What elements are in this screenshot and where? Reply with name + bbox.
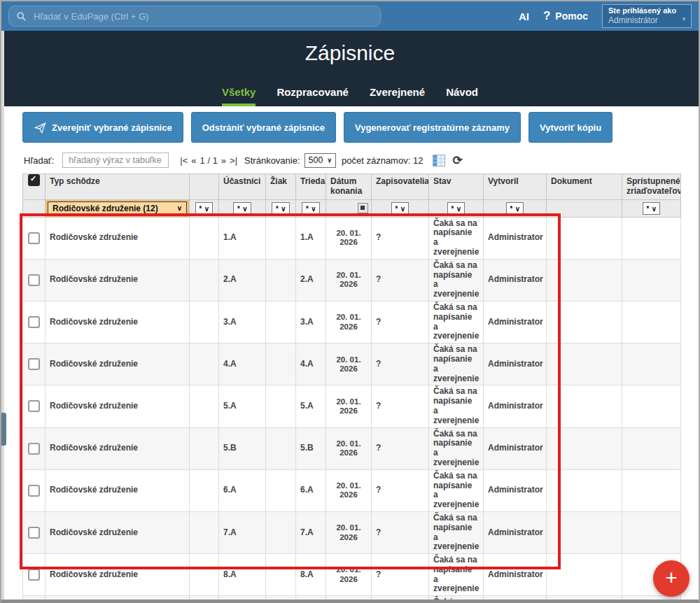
column-header-zapisovatelia[interactable]: Zapisovatelia — [372, 174, 429, 200]
page-size-select[interactable]: 500 ∨ — [304, 153, 336, 168]
column-filter[interactable]: *∨ — [272, 202, 289, 215]
add-record-button[interactable]: + — [653, 560, 690, 597]
cell-ziak — [266, 301, 296, 343]
column-header-ziak[interactable]: Žiak — [266, 174, 296, 200]
question-icon: ? — [543, 9, 550, 23]
row-checkbox[interactable] — [28, 274, 40, 286]
table-row: Rodičovské združenie 9.A 9.A 20. 01. 202… — [23, 596, 681, 603]
refresh-icon[interactable]: ⟳ — [452, 153, 462, 168]
cell-datum: 20. 01. 2026 — [326, 427, 372, 469]
cell-trieda: 5.B — [296, 427, 326, 469]
cell-ziak — [266, 554, 296, 596]
column-header-trieda[interactable]: Trieda — [296, 174, 326, 200]
cell-typ: Rodičovské združenie — [46, 343, 190, 385]
cell-dokument — [547, 511, 622, 553]
row-checkbox[interactable] — [28, 527, 40, 539]
cell-ziak — [266, 511, 296, 553]
column-header-vytvoril[interactable]: Vytvoril — [484, 174, 547, 200]
column-header-spristupnene[interactable]: Sprístupnené zriaďovateľovi — [622, 174, 681, 200]
next-page-button[interactable]: » — [221, 155, 226, 166]
global-search-input[interactable] — [32, 10, 373, 22]
column-header-stav[interactable]: Stav — [429, 174, 484, 200]
header-row: Typ schôdze Účastníci Žiak Trieda Dátum … — [23, 174, 681, 200]
cell-zapisovatelia: ? — [372, 343, 429, 385]
select-all-checkbox[interactable] — [28, 174, 40, 186]
cell-ziak — [266, 427, 296, 469]
row-checkbox[interactable] — [28, 400, 40, 412]
left-panel-handle[interactable] — [1, 413, 6, 446]
column-header-dokument[interactable]: Dokument — [547, 174, 622, 200]
column-filter[interactable]: *∨ — [233, 202, 251, 215]
row-checkbox[interactable] — [28, 358, 40, 370]
cell-dokument — [547, 259, 622, 301]
cell-vytvoril: Administrator — [484, 301, 547, 343]
generate-registry-button[interactable]: Vygenerovať registratúrne záznamy — [344, 112, 521, 143]
publish-selected-button[interactable]: Zverejniť vybrané zápisnice — [22, 112, 183, 143]
cell-dokument — [547, 217, 622, 259]
row-checkbox[interactable] — [28, 569, 40, 581]
tab-vsetky[interactable]: Všetky — [222, 86, 255, 106]
cell-typ: Rodičovské združenie — [46, 427, 190, 469]
cell-stav: Čaká sa na napísanie a zverejnenie — [429, 259, 484, 301]
cell-vytvoril: Administrator — [484, 427, 547, 469]
table-row: Rodičovské združenie 3.A 3.A 20. 01. 202… — [23, 301, 681, 343]
cell-spristupnene — [622, 596, 681, 603]
user-menu[interactable]: Ste prihlásený ako Administrátor ▼ — [602, 4, 692, 28]
tab-zverejnene[interactable]: Zverejnené — [370, 86, 425, 106]
table-row: Rodičovské združenie 7.A 7.A 20. 01. 202… — [23, 511, 681, 553]
cell-dokument — [547, 554, 622, 596]
chevron-down-icon: ▼ — [681, 16, 687, 22]
cell-spristupnene — [622, 259, 681, 301]
row-checkbox[interactable] — [28, 443, 40, 455]
table-toolbar: Hľadať: |< « 1 / 1 » >| Stránkovanie: 50… — [24, 150, 463, 170]
delete-selected-button[interactable]: Odstrániť vybrané zápisnice — [191, 112, 336, 143]
column-filter[interactable]: *∨ — [506, 202, 524, 215]
prev-page-button[interactable]: « — [191, 155, 196, 166]
cell-trieda: 1.A — [296, 217, 326, 259]
last-page-button[interactable]: >| — [230, 155, 237, 166]
cell-vytvoril: Administrator — [484, 469, 547, 511]
cell-trieda: 6.A — [296, 469, 326, 511]
table-row: Rodičovské združenie 8.A 8.A 20. 01. 202… — [23, 554, 681, 596]
cell-typ: Rodičovské združenie — [46, 217, 190, 259]
first-page-button[interactable]: |< — [180, 155, 188, 166]
row-checkbox[interactable] — [28, 485, 40, 497]
cell-datum: 20. 01. 2026 — [326, 554, 372, 596]
help-button[interactable]: ? Pomoc — [543, 9, 588, 23]
cell-stav: Čaká sa na napísanie a zverejnenie — [429, 511, 484, 553]
cell-typ: Rodičovské združenie — [46, 301, 190, 343]
tab-rozpracovane[interactable]: Rozpracované — [276, 86, 349, 106]
cell-datum: 20. 01. 2026 — [326, 301, 372, 343]
cell-stav: Čaká sa na napísanie a zverejnenie — [429, 217, 484, 259]
column-filter[interactable]: *∨ — [302, 202, 319, 215]
table-row: Rodičovské združenie 5.B 5.B 20. 01. 202… — [23, 427, 681, 469]
left-scrollbar-track — [1, 31, 4, 600]
column-header-typ[interactable]: Typ schôdze — [46, 174, 190, 200]
date-filter-icon[interactable] — [358, 203, 368, 213]
column-filter[interactable]: *∨ — [447, 202, 465, 215]
column-filter[interactable]: *∨ — [195, 202, 213, 215]
topbar: AI ? Pomoc Ste prihlásený ako Administrá… — [1, 1, 699, 31]
columns-icon[interactable] — [433, 155, 445, 166]
tab-navod[interactable]: Návod — [446, 86, 478, 106]
chevron-down-icon: ∨ — [327, 157, 332, 164]
create-copy-button[interactable]: Vytvoriť kópiu — [528, 112, 612, 143]
column-header-datum[interactable]: Dátum konania — [326, 174, 372, 200]
table-search-input[interactable] — [62, 152, 169, 168]
chevron-down-icon: ∨ — [177, 204, 182, 212]
column-filter[interactable]: *∨ — [391, 202, 409, 215]
cell-ucastnici: 8.A — [219, 554, 266, 596]
cell-ziak — [266, 343, 296, 385]
ai-button[interactable]: AI — [519, 10, 529, 22]
type-filter-select[interactable]: Rodičovské združenie (12) ∨ — [48, 201, 187, 215]
table-row: Rodičovské združenie 5.A 5.A 20. 01. 202… — [23, 385, 681, 427]
page-header: Zápisnice Všetky Rozpracované Zverejnené… — [1, 31, 699, 106]
column-header-ucastnici[interactable]: Účastníci — [219, 174, 266, 200]
cell-vytvoril: Administrator — [484, 554, 547, 596]
cell-zapisovatelia: ? — [372, 427, 429, 469]
row-checkbox[interactable] — [28, 316, 40, 328]
row-checkbox[interactable] — [28, 232, 40, 244]
column-filter[interactable]: *∨ — [643, 202, 660, 215]
global-search[interactable] — [8, 6, 381, 27]
cell-stav: Čaká sa na napísanie a zverejnenie — [429, 343, 484, 385]
